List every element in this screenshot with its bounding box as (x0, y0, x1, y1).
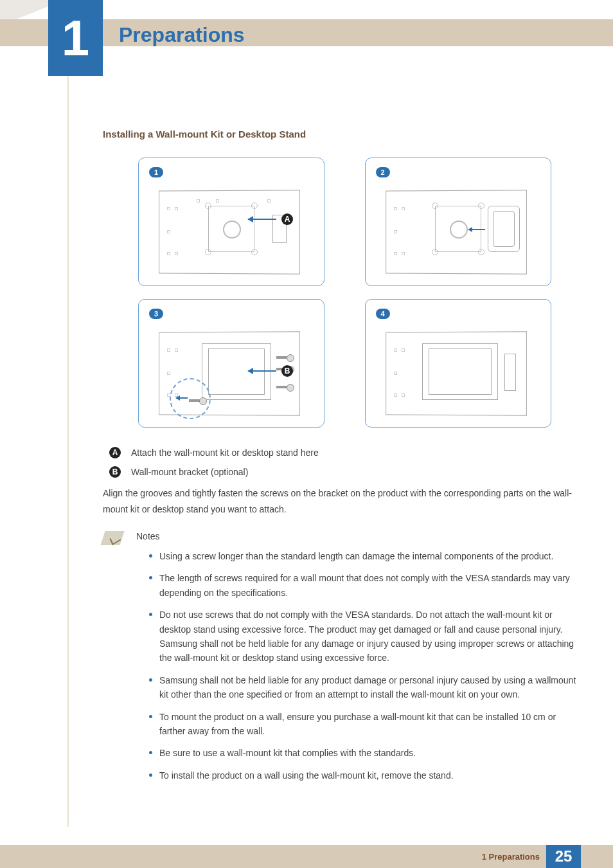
list-item: Using a screw longer than the standard l… (149, 549, 578, 563)
footer-section-label: 1 Preparations (482, 852, 540, 862)
section-heading: Installing a Wall-mount Kit or Desktop S… (103, 129, 578, 140)
list-item: Samsung shall not be held liable for any… (149, 673, 578, 702)
diagram-panel-2: 2 (365, 158, 551, 286)
page-content: Installing a Wall-mount Kit or Desktop S… (103, 129, 578, 790)
chapter-number-box: 1 (48, 0, 103, 76)
list-item: Be sure to use a wall-mount kit that com… (149, 746, 578, 760)
list-item: The length of screws required for a wall… (149, 571, 578, 600)
page-number: 25 (546, 845, 581, 868)
notes-title: Notes (136, 531, 578, 541)
step-badge-1: 1 (149, 167, 163, 177)
list-item: Do not use screws that do not comply wit… (149, 608, 578, 665)
legend-badge-b: B (109, 466, 121, 478)
step-badge-3: 3 (149, 309, 163, 319)
list-item: To mount the product on a wall, ensure y… (149, 710, 578, 739)
callout-a-badge: A (281, 213, 293, 225)
body-paragraph: Align the grooves and tightly fasten the… (103, 485, 578, 517)
legend-text-b: Wall-mount bracket (optional) (131, 467, 248, 477)
monitor-rear-illustration (385, 332, 526, 415)
step-badge-2: 2 (376, 167, 390, 177)
page-footer: 1 Preparations 25 (0, 845, 613, 868)
diagram-panel-3: 3 B (138, 299, 324, 428)
left-margin-rule (67, 76, 69, 827)
chapter-number: 1 (62, 13, 89, 63)
notes-list: Using a screw longer than the standard l… (136, 549, 578, 782)
diagram-panel-1: 1 A (138, 158, 324, 286)
legend-badge-a: A (109, 447, 121, 458)
monitor-rear-illustration (158, 190, 299, 274)
monitor-rear-illustration (385, 190, 526, 274)
chapter-title: Preparations (119, 23, 245, 47)
diagram-grid: 1 A (138, 158, 578, 428)
list-item: To install the product on a wall using t… (149, 768, 578, 782)
notes-block: Notes Using a screw longer than the stan… (103, 531, 578, 790)
step-badge-4: 4 (376, 309, 390, 319)
notes-icon (100, 531, 124, 545)
legend-text-a: Attach the wall-mount kit or desktop sta… (131, 448, 319, 458)
callout-b-badge: B (281, 365, 293, 377)
diagram-panel-4: 4 (365, 299, 551, 428)
legend-row-b: B Wall-mount bracket (optional) (109, 466, 578, 478)
legend-row-a: A Attach the wall-mount kit or desktop s… (109, 447, 578, 458)
